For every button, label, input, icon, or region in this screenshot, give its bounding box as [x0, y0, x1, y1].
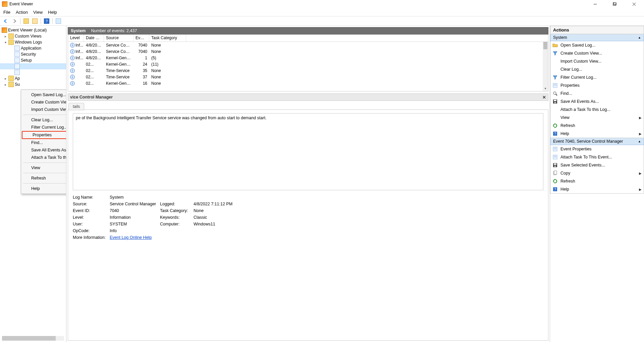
- table-row[interactable]: i02...Kernel-General16None: [68, 80, 548, 86]
- group-label: Event 7040, Service Control Manager: [553, 139, 623, 144]
- maximize-button[interactable]: [608, 0, 621, 8]
- ctx-refresh[interactable]: Refresh: [21, 175, 66, 182]
- tree-log-system-selected[interactable]: [0, 63, 66, 69]
- close-button[interactable]: [627, 0, 641, 8]
- action-help[interactable]: ?Help▶: [550, 130, 644, 138]
- col-level[interactable]: Level: [68, 35, 84, 42]
- ctx-filter-current-log[interactable]: Filter Current Log...: [21, 124, 66, 131]
- grid-scrollbar[interactable]: ▼: [543, 42, 548, 91]
- toolbar-help-icon[interactable]: ?: [43, 17, 50, 25]
- table-row[interactable]: i02...Kernel-General24(11): [68, 61, 548, 67]
- tree-folder-truncated-1[interactable]: ▸ Ap: [0, 75, 66, 81]
- tree-scrollbar[interactable]: [2, 336, 64, 341]
- ctx-find[interactable]: Find...: [21, 139, 66, 146]
- action-open-saved-log[interactable]: Open Saved Log...: [550, 41, 644, 49]
- action-event-properties[interactable]: Event Properties: [550, 145, 644, 153]
- value-computer: Windows11: [194, 222, 261, 226]
- filter-icon: [552, 75, 558, 80]
- tree-root[interactable]: Event Viewer (Local): [0, 27, 66, 33]
- action-help[interactable]: ?Help▶: [550, 185, 644, 193]
- tree-log-hidden[interactable]: [0, 69, 66, 75]
- toolbar-btn-1[interactable]: [22, 17, 30, 25]
- ctx-create-custom-view[interactable]: Create Custom View...: [21, 98, 66, 106]
- actions-group-event[interactable]: Event 7040, Service Control Manager ▲: [550, 138, 644, 145]
- ctx-clear-log[interactable]: Clear Log...: [21, 116, 66, 124]
- svg-rect-23: [554, 165, 556, 167]
- collapse-icon[interactable]: ▾: [3, 41, 7, 44]
- props-icon: [552, 146, 558, 152]
- info-icon: i: [70, 68, 75, 73]
- actions-group-system[interactable]: System ▲: [550, 34, 644, 41]
- expand-icon[interactable]: ▸: [3, 77, 7, 80]
- event-viewer-icon: [2, 27, 7, 33]
- scrollbar-thumb[interactable]: [2, 336, 56, 341]
- col-eventid[interactable]: Event...: [133, 35, 149, 42]
- link-event-log-help[interactable]: Event Log Online Help: [110, 235, 152, 240]
- actions-pane: Actions System ▲ Open Saved Log...Create…: [550, 26, 644, 342]
- action-label: Attach Task To This Event...: [560, 155, 612, 159]
- action-refresh[interactable]: Refresh: [550, 122, 644, 130]
- action-attach-task-to-this-event[interactable]: Attach Task To This Event...: [550, 153, 644, 161]
- cell-level: Inf...: [75, 43, 83, 48]
- forward-button[interactable]: [11, 17, 18, 25]
- ctx-properties-highlighted[interactable]: Properties: [22, 131, 66, 139]
- menu-file[interactable]: File: [3, 10, 10, 15]
- table-row[interactable]: i02...Time-Service35None: [68, 67, 548, 74]
- svg-text:?: ?: [554, 132, 556, 136]
- minimize-button[interactable]: [588, 0, 602, 8]
- detail-tabs: tails: [68, 102, 548, 110]
- action-copy[interactable]: Copy▶: [550, 169, 644, 177]
- action-create-custom-view[interactable]: Create Custom View...: [550, 49, 644, 57]
- col-taskcategory[interactable]: Task Category: [149, 35, 186, 42]
- tree-log-security[interactable]: Security: [0, 51, 66, 57]
- ctx-import-custom-view[interactable]: Import Custom View...: [21, 106, 66, 113]
- tab-details[interactable]: tails: [68, 103, 84, 110]
- info-icon: i: [70, 43, 75, 48]
- col-date[interactable]: Date an...: [84, 35, 104, 42]
- action-filter-current-log[interactable]: Filter Current Log...: [550, 73, 644, 81]
- ctx-open-saved-log[interactable]: Open Saved Log...: [21, 91, 66, 98]
- menu-view[interactable]: View: [33, 10, 43, 15]
- toolbar-btn-4[interactable]: [55, 17, 62, 25]
- folder-icon: [8, 40, 14, 45]
- action-clear-log[interactable]: Clear Log...: [550, 65, 644, 73]
- info-icon: i: [70, 62, 75, 67]
- cell-date: 02...: [84, 81, 104, 86]
- menu-action[interactable]: Action: [16, 10, 28, 15]
- tree-log-setup[interactable]: Setup: [0, 57, 66, 63]
- action-save-selected-events[interactable]: Save Selected Events...: [550, 161, 644, 169]
- tree-custom-views[interactable]: ▸ Custom Views: [0, 33, 66, 39]
- tree-label: Windows Logs: [15, 40, 42, 45]
- action-label: Copy: [560, 171, 570, 176]
- table-row[interactable]: iInf...4/8/202...Service Contr...7040Non…: [68, 48, 548, 55]
- tree-log-application[interactable]: Application: [0, 45, 66, 51]
- action-save-all-events-as[interactable]: Save All Events As...: [550, 97, 644, 106]
- app-icon: [2, 1, 7, 7]
- scrollbar-thumb[interactable]: [543, 42, 547, 49]
- tree-windows-logs[interactable]: ▾ Windows Logs: [0, 39, 66, 45]
- action-refresh[interactable]: Refresh: [550, 177, 644, 185]
- action-attach-a-task-to-this-log[interactable]: Attach a Task To this Log...: [550, 106, 644, 114]
- scroll-down-icon[interactable]: ▼: [543, 86, 548, 91]
- table-row[interactable]: iInf...4/8/202...Service Contr...7040Non…: [68, 42, 548, 48]
- menu-help[interactable]: Help: [48, 10, 57, 15]
- expand-icon[interactable]: ▸: [3, 83, 7, 86]
- back-button[interactable]: [2, 17, 9, 25]
- tree-folder-truncated-2[interactable]: ▸ Su: [0, 81, 66, 87]
- action-view[interactable]: View▶: [550, 114, 644, 122]
- ctx-help[interactable]: Help▸: [21, 185, 66, 192]
- table-row[interactable]: iInf...4/8/202...Kernel-General1(5): [68, 55, 548, 61]
- col-source[interactable]: Source: [104, 35, 133, 42]
- action-import-custom-view[interactable]: Import Custom View...: [550, 57, 644, 65]
- action-properties[interactable]: Properties: [550, 81, 644, 89]
- action-find[interactable]: Find...: [550, 89, 644, 97]
- ctx-view[interactable]: View▸: [21, 164, 66, 172]
- toolbar-btn-2[interactable]: [31, 17, 39, 25]
- close-detail-button[interactable]: ✕: [542, 95, 546, 100]
- ctx-save-all-events[interactable]: Save All Events As...: [21, 146, 66, 154]
- cell-source: Kernel-General: [104, 62, 133, 67]
- table-row[interactable]: i02...Time-Service37None: [68, 74, 548, 80]
- expand-icon[interactable]: ▸: [3, 35, 7, 38]
- ctx-attach-task[interactable]: Attach a Task To this Log...: [21, 154, 66, 161]
- action-label: Event Properties: [560, 147, 591, 151]
